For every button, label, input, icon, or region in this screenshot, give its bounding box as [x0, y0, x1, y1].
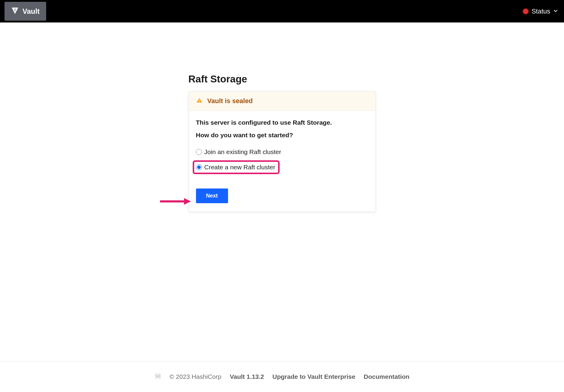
next-button[interactable]: Next: [196, 189, 228, 203]
radio-input-join[interactable]: [196, 149, 202, 155]
radio-option-create[interactable]: Create a new Raft cluster: [193, 160, 280, 174]
svg-rect-9: [199, 99, 200, 101]
description-text: This server is configured to use Raft St…: [196, 119, 368, 126]
svg-point-4: [15, 9, 15, 10]
svg-point-5: [15, 9, 16, 10]
svg-point-8: [15, 11, 15, 11]
footer-copyright: © 2023 HashiCorp: [170, 373, 221, 380]
alert-message: Vault is sealed: [207, 97, 253, 105]
chevron-down-icon: [553, 8, 558, 14]
svg-point-3: [14, 9, 15, 10]
status-label: Status: [532, 7, 550, 15]
radio-input-create[interactable]: [196, 164, 202, 170]
logo-text: Vault: [22, 7, 40, 16]
header: Vault Status: [0, 0, 564, 22]
radio-label-join[interactable]: Join an existing Raft cluster: [204, 148, 281, 156]
svg-point-0: [14, 8, 15, 9]
radio-group: Join an existing Raft cluster Create a n…: [196, 147, 368, 174]
main-content: Raft Storage Vault is sealed This server…: [0, 22, 564, 212]
hashicorp-icon: [155, 373, 161, 381]
warning-icon: [196, 97, 203, 105]
svg-point-7: [15, 10, 16, 11]
status-dropdown[interactable]: Status: [523, 7, 558, 15]
logo-container[interactable]: Vault: [4, 2, 46, 21]
svg-point-1: [15, 8, 15, 9]
radio-option-join[interactable]: Join an existing Raft cluster: [196, 147, 368, 157]
vault-logo-icon: [11, 7, 19, 16]
svg-rect-10: [199, 102, 200, 102]
card-body: This server is configured to use Raft St…: [189, 111, 376, 212]
setup-card: Vault is sealed This server is configure…: [188, 91, 376, 212]
svg-point-2: [15, 8, 16, 9]
svg-point-6: [14, 10, 15, 11]
page-title: Raft Storage: [188, 73, 376, 85]
alert-banner: Vault is sealed: [189, 92, 376, 111]
status-indicator-icon: [523, 8, 529, 14]
radio-label-create[interactable]: Create a new Raft cluster: [204, 164, 275, 171]
footer-version: Vault 1.13.2: [230, 373, 264, 380]
question-text: How do you want to get started?: [196, 132, 368, 139]
footer: © 2023 HashiCorp Vault 1.13.2 Upgrade to…: [0, 361, 564, 392]
footer-upgrade-link[interactable]: Upgrade to Vault Enterprise: [272, 373, 355, 380]
footer-documentation-link[interactable]: Documentation: [364, 373, 410, 380]
card-wrapper: Raft Storage Vault is sealed This server…: [188, 73, 376, 212]
